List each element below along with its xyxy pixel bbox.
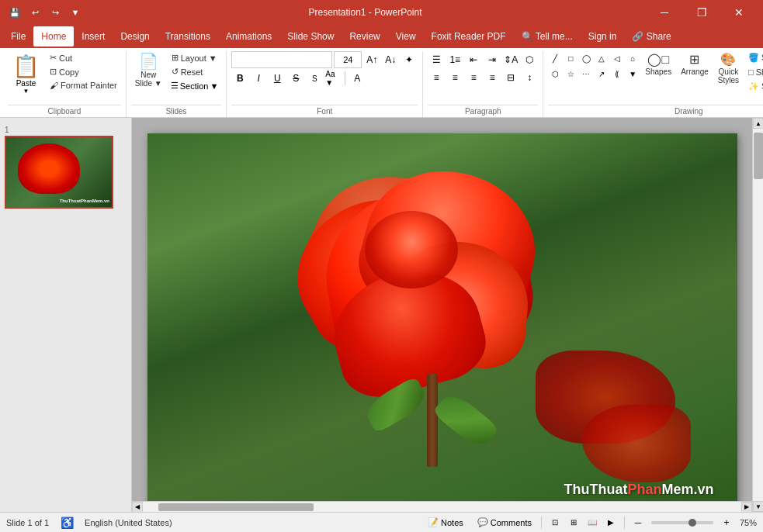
font-increase-button[interactable]: A↑ xyxy=(363,51,380,68)
zoom-out-btn[interactable]: ─ xyxy=(629,514,647,531)
font-row-1: A↑ A↓ ✦ xyxy=(231,51,418,68)
menu-slideshow[interactable]: Slide Show xyxy=(279,26,342,47)
menu-view[interactable]: View xyxy=(388,26,424,47)
bold-button[interactable]: B xyxy=(231,70,248,87)
arrange-button[interactable]: ⊞ Arrange xyxy=(677,51,713,78)
menu-design[interactable]: Design xyxy=(113,26,157,47)
v-scroll-track[interactable] xyxy=(753,129,763,501)
shapes-row: ╱ □ ◯ △ ◁ ⌂ xyxy=(548,51,640,65)
menu-animations[interactable]: Animations xyxy=(218,26,279,47)
h-scroll-track[interactable] xyxy=(143,502,741,513)
v-scroll-thumb[interactable] xyxy=(754,133,763,179)
menu-home[interactable]: Home xyxy=(33,26,74,47)
slideshow-btn[interactable]: ▶ xyxy=(602,514,619,531)
layout-button[interactable]: ⊞ Layout ▼ xyxy=(168,51,222,64)
paste-button[interactable]: 📋 Paste ▼ xyxy=(8,51,44,97)
shape-7[interactable]: ⬡ xyxy=(548,67,562,81)
shape-10[interactable]: ↗ xyxy=(595,67,609,81)
shape-2[interactable]: □ xyxy=(564,51,577,65)
menu-share[interactable]: 🔗 Share xyxy=(624,26,678,47)
menu-file[interactable]: File xyxy=(3,26,33,47)
shape-5[interactable]: ◁ xyxy=(610,51,624,65)
slide-thumbnail-1[interactable]: 1 ThuThuatPhanMem.vn xyxy=(3,124,128,210)
zoom-thumb[interactable] xyxy=(688,519,696,527)
justify-button[interactable]: ≡ xyxy=(484,69,501,86)
convert-to-smartart-button[interactable]: ⬡ xyxy=(521,51,538,68)
font-color-button[interactable]: A xyxy=(349,70,366,87)
reading-view-btn[interactable]: 📖 xyxy=(584,514,601,531)
restore-button[interactable]: ❐ xyxy=(684,0,720,25)
shape-8[interactable]: ☆ xyxy=(564,67,577,81)
reset-button[interactable]: ↺ Reset xyxy=(168,65,222,78)
columns-button[interactable]: ⊟ xyxy=(502,69,519,86)
v-scroll-down-btn[interactable]: ▼ xyxy=(753,501,763,512)
minimize-button[interactable]: ─ xyxy=(647,0,682,25)
slide-sorter-btn[interactable]: ⊞ xyxy=(565,514,582,531)
shapes-button[interactable]: ◯□ Shapes xyxy=(641,51,675,78)
vertical-scrollbar[interactable]: ▲ ▼ xyxy=(752,118,763,512)
shadow-button[interactable]: S xyxy=(306,70,323,87)
underline-button[interactable]: U xyxy=(269,70,286,87)
canvas-area[interactable]: ThuThuatPhanMem.vn xyxy=(132,118,752,501)
change-case-button[interactable]: Aa ▼ xyxy=(324,70,342,87)
shape-9[interactable]: ⋯ xyxy=(579,67,593,81)
shape-fill-button[interactable]: 🪣 Shape Fill ▼ xyxy=(744,51,763,64)
accessibility-button[interactable]: ♿ xyxy=(58,514,75,531)
font-size-input[interactable] xyxy=(334,51,362,68)
save-button[interactable]: 💾 xyxy=(6,4,23,21)
menu-transitions[interactable]: Transitions xyxy=(158,26,218,47)
shape-outline-button[interactable]: □ Shape Outline ▼ xyxy=(744,66,763,78)
h-scroll-left-btn[interactable]: ◀ xyxy=(132,502,143,513)
align-center-button[interactable]: ≡ xyxy=(446,69,463,86)
shape-effects-button[interactable]: ✨ Shape Effects ▼ xyxy=(744,80,763,93)
notes-button[interactable]: 📝 Notes xyxy=(423,516,468,529)
customize-qa-button[interactable]: ▼ xyxy=(67,4,84,21)
shape-3[interactable]: ◯ xyxy=(579,51,593,65)
watermark: ThuThuatPhanMem.vn xyxy=(564,482,713,498)
comments-button[interactable]: 💬 Comments xyxy=(473,516,536,529)
redo-button[interactable]: ↪ xyxy=(47,4,64,21)
h-scroll-right-btn[interactable]: ▶ xyxy=(741,502,752,513)
cut-button[interactable]: ✂ Cut xyxy=(46,51,121,64)
bullets-button[interactable]: ☰ xyxy=(428,51,445,68)
quick-styles-button[interactable]: 🎨 QuickStyles xyxy=(714,51,743,87)
normal-view-btn[interactable]: ⊡ xyxy=(546,514,564,531)
font-decrease-button[interactable]: A↓ xyxy=(382,51,399,68)
shape-6[interactable]: ⌂ xyxy=(626,51,640,65)
decrease-indent-button[interactable]: ⇤ xyxy=(465,51,482,68)
strikethrough-button[interactable]: S xyxy=(287,70,304,87)
line-spacing-button[interactable]: ↕ xyxy=(521,69,538,86)
align-right-button[interactable]: ≡ xyxy=(465,69,482,86)
increase-indent-button[interactable]: ⇥ xyxy=(484,51,501,68)
slide-canvas[interactable]: ThuThuatPhanMem.vn xyxy=(147,133,737,501)
menu-insert[interactable]: Insert xyxy=(74,26,113,47)
format-painter-button[interactable]: 🖌 Format Painter xyxy=(46,79,121,92)
zoom-level: 75% xyxy=(740,518,757,527)
v-scroll-up-btn[interactable]: ▲ xyxy=(753,118,763,129)
shape-11[interactable]: ⟪ xyxy=(610,67,624,81)
close-button[interactable]: ✕ xyxy=(721,0,757,25)
h-scroll-thumb[interactable] xyxy=(158,503,314,511)
new-slide-button[interactable]: 📄 NewSlide ▼ xyxy=(131,51,166,90)
shape-scroll[interactable]: ▼ xyxy=(626,67,640,81)
shape-4[interactable]: △ xyxy=(595,51,609,65)
section-button[interactable]: ☰ Section ▼ xyxy=(168,79,222,92)
ribbon-group-font: A↑ A↓ ✦ B I U S S Aa ▼ A Font xyxy=(227,51,423,117)
horizontal-scrollbar[interactable]: ◀ ▶ xyxy=(132,501,752,512)
italic-button[interactable]: I xyxy=(250,70,267,87)
menu-review[interactable]: Review xyxy=(342,26,387,47)
copy-button[interactable]: ⊡ Copy xyxy=(46,65,121,78)
clear-formatting-button[interactable]: ✦ xyxy=(401,51,418,68)
zoom-in-btn[interactable]: + xyxy=(718,514,735,531)
align-left-button[interactable]: ≡ xyxy=(428,69,445,86)
zoom-slider[interactable] xyxy=(651,521,713,524)
numbering-button[interactable]: 1≡ xyxy=(446,51,463,68)
text-direction-button[interactable]: ⇕A xyxy=(502,51,519,68)
paste-dropdown[interactable]: ▼ xyxy=(23,88,29,95)
menu-signin[interactable]: Sign in xyxy=(581,26,625,47)
menu-tellme[interactable]: 🔍 Tell me... xyxy=(514,26,581,47)
shape-1[interactable]: ╱ xyxy=(548,51,562,65)
undo-button[interactable]: ↩ xyxy=(26,4,43,21)
font-family-input[interactable] xyxy=(231,51,332,68)
menu-foxit[interactable]: Foxit Reader PDF xyxy=(424,26,514,47)
